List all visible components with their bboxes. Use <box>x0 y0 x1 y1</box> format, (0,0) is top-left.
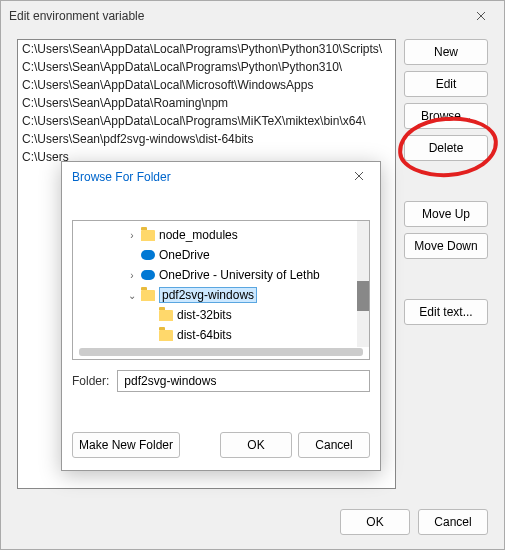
tree-item[interactable]: ›OneDrive - University of Lethb <box>73 265 369 285</box>
edit-text-button[interactable]: Edit text... <box>404 299 488 325</box>
tree-item[interactable]: ›node_modules <box>73 225 369 245</box>
edit-button[interactable]: Edit <box>404 71 488 97</box>
folder-icon <box>159 330 173 341</box>
browse-button[interactable]: Browse... <box>404 103 488 129</box>
browse-titlebar: Browse For Folder <box>62 162 380 192</box>
window-close-button[interactable] <box>466 4 496 28</box>
move-up-button[interactable]: Move Up <box>404 201 488 227</box>
scrollbar-thumb[interactable] <box>357 281 369 311</box>
browse-title: Browse For Folder <box>72 170 171 184</box>
tree-item[interactable]: OneDrive <box>73 245 369 265</box>
browse-close-button[interactable] <box>348 166 370 188</box>
tree-item-label: OneDrive - University of Lethb <box>159 268 320 282</box>
path-row[interactable]: C:\Users\Sean\AppData\Local\Programs\MiK… <box>18 112 395 130</box>
ok-button[interactable]: OK <box>340 509 410 535</box>
tree-item-label: node_modules <box>159 228 238 242</box>
cancel-button[interactable]: Cancel <box>418 509 488 535</box>
tree-item[interactable]: dist-32bits <box>73 305 369 325</box>
browse-cancel-button[interactable]: Cancel <box>298 432 370 458</box>
folder-icon <box>159 310 173 321</box>
folder-tree[interactable]: ›node_modulesOneDrive›OneDrive - Univers… <box>72 220 370 360</box>
chevron-right-icon[interactable]: › <box>127 270 137 281</box>
new-button[interactable]: New <box>404 39 488 65</box>
chevron-down-icon[interactable]: ⌄ <box>127 290 137 301</box>
folder-field: Folder: <box>72 370 370 392</box>
path-row[interactable]: C:\Users\Sean\AppData\Local\Programs\Pyt… <box>18 40 395 58</box>
browse-folder-dialog: Browse For Folder ›node_modulesOneDrive›… <box>61 161 381 471</box>
browse-ok-button[interactable]: OK <box>220 432 292 458</box>
tree-item-label: pdf2svg-windows <box>159 287 257 303</box>
tree-scrollbar-horizontal[interactable] <box>79 348 363 356</box>
tree-item-label: dist-32bits <box>177 308 232 322</box>
delete-button[interactable]: Delete <box>404 135 488 161</box>
tree-item[interactable]: ⌄pdf2svg-windows <box>73 285 369 305</box>
folder-icon <box>141 230 155 241</box>
close-icon <box>354 171 364 181</box>
path-row[interactable]: C:\Users\Sean\AppData\Local\Programs\Pyt… <box>18 58 395 76</box>
folder-label: Folder: <box>72 374 109 388</box>
side-buttons: New Edit Browse... Delete Move Up Move D… <box>404 39 488 489</box>
window-title: Edit environment variable <box>9 9 144 23</box>
tree-item[interactable]: dist-64bits <box>73 325 369 345</box>
onedrive-icon <box>141 250 155 260</box>
titlebar: Edit environment variable <box>1 1 504 31</box>
path-row[interactable]: C:\Users\Sean\AppData\Local\Microsoft\Wi… <box>18 76 395 94</box>
chevron-right-icon[interactable]: › <box>127 230 137 241</box>
onedrive-icon <box>141 270 155 280</box>
tree-item-label: OneDrive <box>159 248 210 262</box>
tree-item-label: dist-64bits <box>177 328 232 342</box>
close-icon <box>476 11 486 21</box>
tree-scrollbar-vertical[interactable] <box>357 221 369 347</box>
move-down-button[interactable]: Move Down <box>404 233 488 259</box>
browse-buttons: Make New Folder OK Cancel <box>72 432 370 458</box>
folder-icon <box>141 290 155 301</box>
edit-env-window: Edit environment variable C:\Users\Sean\… <box>0 0 505 550</box>
path-row[interactable]: C:\Users\Sean\AppData\Roaming\npm <box>18 94 395 112</box>
folder-input[interactable] <box>117 370 370 392</box>
make-new-folder-button[interactable]: Make New Folder <box>72 432 180 458</box>
dialog-bottom-bar: OK Cancel <box>340 509 488 535</box>
path-row[interactable]: C:\Users\Sean\pdf2svg-windows\dist-64bit… <box>18 130 395 148</box>
